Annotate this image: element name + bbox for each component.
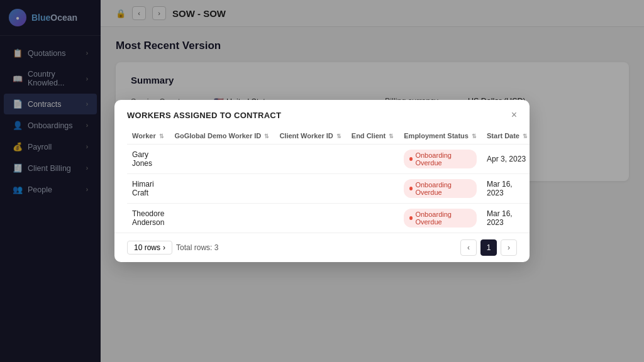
modal-title: WORKERS ASSIGNED TO CONTRACT xyxy=(127,111,281,120)
workers-modal: WORKERS ASSIGNED TO CONTRACT × Worker ⇅ … xyxy=(114,100,530,262)
sort-icon[interactable]: ⇅ xyxy=(336,133,341,140)
client-worker-id-cell xyxy=(274,145,346,174)
table-row: Himari Craft Onboarding Overdue Mar 16, … xyxy=(127,174,530,204)
col-end-client: End Client ⇅ xyxy=(347,128,399,145)
table-row: Theodore Anderson Onboarding Overdue Mar… xyxy=(127,204,530,233)
start-date-cell: Mar 16, 2023 xyxy=(482,174,530,204)
end-client-cell xyxy=(347,145,399,174)
employment-status-cell: Onboarding Overdue xyxy=(399,145,482,174)
col-worker: Worker ⇅ xyxy=(127,128,169,145)
page-1-button[interactable]: 1 xyxy=(480,239,497,256)
sort-icon[interactable]: ⇅ xyxy=(523,133,528,140)
status-badge: Onboarding Overdue xyxy=(404,209,477,228)
status-dot-icon xyxy=(409,187,413,190)
client-worker-id-cell xyxy=(274,174,346,204)
workers-tbody: Gary Jones Onboarding Overdue Apr 3, 202… xyxy=(127,145,530,233)
workers-table: Worker ⇅ GoGlobal Demo Worker ID ⇅ Clien… xyxy=(127,128,530,233)
status-badge: Onboarding Overdue xyxy=(404,150,477,168)
employment-status-cell: Onboarding Overdue xyxy=(399,174,482,204)
rows-chevron-icon: › xyxy=(163,243,165,252)
sort-icon[interactable]: ⇅ xyxy=(472,133,477,140)
client-worker-id-cell xyxy=(274,204,346,233)
status-dot-icon xyxy=(409,216,413,220)
status-badge: Onboarding Overdue xyxy=(404,179,477,198)
worker-name: Gary Jones xyxy=(127,145,169,174)
goglobal-id-cell xyxy=(169,145,274,174)
table-header: Worker ⇅ GoGlobal Demo Worker ID ⇅ Clien… xyxy=(127,128,530,145)
pagination: ‹ 1 › xyxy=(460,239,517,256)
col-start-date: Start Date ⇅ xyxy=(482,128,530,145)
modal-header: WORKERS ASSIGNED TO CONTRACT × xyxy=(114,100,530,128)
next-page-button[interactable]: › xyxy=(501,239,517,256)
col-client-worker-id: Client Worker ID ⇅ xyxy=(274,128,346,145)
modal-overlay[interactable]: WORKERS ASSIGNED TO CONTRACT × Worker ⇅ … xyxy=(0,0,644,362)
start-date-cell: Mar 16, 2023 xyxy=(482,204,530,233)
goglobal-id-cell xyxy=(169,204,274,233)
sort-icon[interactable]: ⇅ xyxy=(264,133,269,140)
start-date-cell: Apr 3, 2023 xyxy=(482,145,530,174)
employment-status-cell: Onboarding Overdue xyxy=(399,204,482,233)
rows-per-page-label: 10 rows xyxy=(134,243,160,252)
goglobal-id-cell xyxy=(169,174,274,204)
modal-footer: 10 rows › Total rows: 3 ‹ 1 › xyxy=(114,233,530,262)
end-client-cell xyxy=(347,174,399,204)
modal-close-button[interactable]: × xyxy=(511,110,517,120)
rows-selector: 10 rows › Total rows: 3 xyxy=(127,241,218,255)
col-goglobal-id: GoGlobal Demo Worker ID ⇅ xyxy=(169,128,274,145)
table-row: Gary Jones Onboarding Overdue Apr 3, 202… xyxy=(127,145,530,174)
total-rows-label: Total rows: 3 xyxy=(176,243,218,252)
rows-per-page-button[interactable]: 10 rows › xyxy=(127,241,172,255)
prev-page-button[interactable]: ‹ xyxy=(460,239,477,256)
col-employment-status: Employment Status ⇅ xyxy=(399,128,482,145)
status-dot-icon xyxy=(409,157,413,161)
modal-body: Worker ⇅ GoGlobal Demo Worker ID ⇅ Clien… xyxy=(114,128,530,233)
end-client-cell xyxy=(347,204,399,233)
worker-name: Theodore Anderson xyxy=(127,204,169,233)
sort-icon[interactable]: ⇅ xyxy=(159,133,164,140)
worker-name: Himari Craft xyxy=(127,174,169,204)
sort-icon[interactable]: ⇅ xyxy=(389,133,394,140)
